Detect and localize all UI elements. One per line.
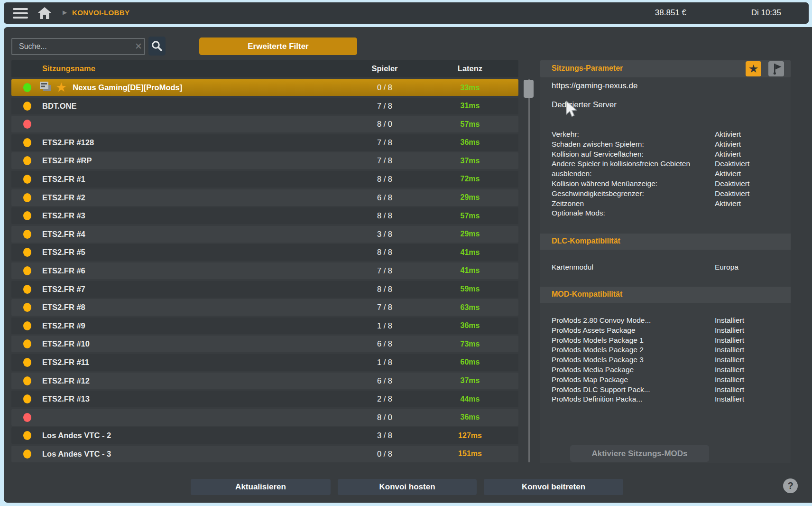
parameter-row-label: Kollision während Menüanzeige: (552, 179, 715, 189)
session-rows: ★ Nexus Gaming[DE][ProMods] 0 / 8 33ms ★… (11, 79, 518, 464)
table-row[interactable]: ★ BDT.ONE 7 / 8 31ms (11, 98, 518, 114)
table-row[interactable]: ★ ETS2.FR #2 6 / 8 29ms (11, 189, 518, 206)
parameter-row-label: Kollision auf Serviceflächen: (552, 150, 715, 159)
parameter-row-label: Verkehr: (552, 130, 715, 140)
table-row[interactable]: ★ ETS2.FR #8 7 / 8 63ms (11, 299, 518, 316)
parameter-row: Geschwindigkeitsbegrenzer:Deaktiviert (552, 189, 784, 199)
session-status-icon (23, 450, 31, 459)
parameter-row: Kollision auf Serviceflächen:Aktiviert (552, 150, 784, 159)
session-players: 1 / 8 (366, 358, 404, 367)
session-name: ETS2.FR #RP (42, 156, 92, 165)
mod-row-label: ProMods Assets Package (552, 326, 715, 336)
parameter-row-label: Geschwindigkeitsbegrenzer: (552, 189, 715, 199)
session-players: 8 / 8 (366, 248, 404, 257)
dlc-row: KartenmodulEuropa (552, 262, 784, 272)
mod-compatibility-title: MOD-Kompatibilität (552, 290, 622, 299)
advanced-filter-button[interactable]: Erweiterte Filter (199, 37, 357, 55)
table-row[interactable]: ★ ETS2.FR #7 8 / 8 59ms (11, 281, 518, 298)
session-players: 7 / 8 (366, 303, 404, 312)
session-name: ETS2.FR #8 (42, 303, 85, 312)
table-row[interactable]: ★ ETS2.FR #4 3 / 8 29ms (11, 226, 518, 243)
table-row[interactable]: ★ Los Andes VTC - 3 0 / 8 151ms (11, 446, 518, 462)
session-latency: 36ms (446, 138, 494, 147)
table-row[interactable]: ★ ETS2.FR #3 8 / 8 57ms (11, 207, 518, 224)
session-players: 3 / 8 (366, 230, 404, 239)
mod-row: ProMods DLC Support Pack...Installiert (552, 385, 784, 395)
help-button[interactable]: ? (783, 478, 798, 493)
session-players: 7 / 8 (366, 102, 404, 111)
table-row[interactable]: ★ ETS2.FR #1 8 / 8 72ms (11, 171, 518, 187)
table-row[interactable]: ★ ETS2.FR #11 1 / 8 60ms (11, 354, 518, 371)
dlc-compatibility-header: DLC-Kompatibilität (540, 234, 791, 250)
session-players: 0 / 8 (366, 83, 404, 92)
session-name: ETS2.FR #2 (42, 193, 85, 202)
mod-row-label: ProMods Media Package (552, 365, 715, 375)
session-parameters-title: Sitzungs-Parameter (552, 64, 623, 73)
mod-row: ProMods Models Package 2Installiert (552, 345, 784, 355)
parameter-row-label: Zeitzonen (552, 199, 715, 209)
session-players: 7 / 8 (366, 138, 404, 147)
table-row[interactable]: ★ ETS2.FR #9 1 / 8 36ms (11, 318, 518, 334)
money-balance: 38.851 € (655, 8, 686, 18)
session-name: ETS2.FR #3 (42, 211, 85, 220)
table-row[interactable]: ★ ETS2.FR #RP 7 / 8 37ms (11, 152, 518, 169)
mod-row-value: Installiert (715, 336, 784, 346)
table-row[interactable]: ★ Nexus Gaming[DE][ProMods] 0 / 8 33ms (11, 79, 518, 96)
refresh-button[interactable]: Aktualisieren (191, 479, 331, 495)
mod-row-label: ProMods 2.80 Convoy Mode... (552, 316, 715, 326)
host-convoy-button[interactable]: Konvoi hosten (338, 479, 477, 495)
mod-row-value: Installiert (715, 365, 784, 375)
favorite-toggle-button[interactable]: ★ (746, 61, 761, 76)
table-row[interactable]: ★ 8 / 0 57ms (11, 116, 518, 132)
table-row[interactable]: ★ ETS2.FR #128 7 / 8 36ms (11, 134, 518, 151)
session-name: ETS2.FR #12 (42, 376, 90, 385)
session-latency: 60ms (446, 358, 494, 366)
breadcrumb: KONVOI-LOBBY (72, 9, 129, 17)
parameter-row: Schaden zwischen Spielern:Aktiviert (552, 140, 784, 150)
mod-row: ProMods Models Package 1Installiert (552, 336, 784, 346)
session-name: ETS2.FR #128 (42, 138, 94, 147)
column-session-name[interactable]: Sitzungsname (42, 64, 95, 73)
column-players[interactable]: Spieler (366, 64, 404, 73)
search-input[interactable] (11, 38, 145, 55)
search-button[interactable] (148, 37, 166, 56)
mod-row: ProMods Assets PackageInstalliert (552, 326, 784, 336)
session-table-header: Sitzungsname Spieler Latenz (11, 60, 518, 77)
server-type: Dedizierter Server (552, 100, 617, 110)
session-status-icon (23, 303, 31, 312)
parameter-row-value: Deaktiviert (715, 189, 784, 199)
table-row[interactable]: ★ ETS2.FR #6 7 / 8 41ms (11, 262, 518, 279)
session-players: 7 / 8 (366, 266, 404, 275)
table-row[interactable]: ★ 8 / 0 36ms (11, 409, 518, 426)
mod-row: ProMods Media PackageInstalliert (552, 365, 784, 375)
table-row[interactable]: ★ ETS2.FR #5 8 / 8 41ms (11, 244, 518, 261)
clear-search-icon[interactable]: ✕ (133, 41, 144, 52)
session-name: ETS2.FR #1 (42, 175, 85, 184)
table-row[interactable]: ★ ETS2.FR #10 6 / 8 73ms (11, 336, 518, 352)
mod-row-value: Installiert (715, 385, 784, 395)
session-status-icon (23, 321, 31, 330)
mod-row-label: ProMods Models Package 1 (552, 336, 715, 346)
table-row[interactable]: ★ ETS2.FR #13 2 / 8 44ms (11, 391, 518, 407)
session-name: ETS2.FR #5 (42, 248, 85, 257)
session-status-icon (23, 339, 31, 348)
report-flag-button[interactable] (768, 61, 784, 76)
session-name: ETS2.FR #7 (42, 285, 85, 294)
scrollbar-track[interactable] (528, 79, 530, 462)
session-players: 1 / 8 (366, 321, 404, 330)
session-name: Nexus Gaming[DE][ProMods] (73, 83, 182, 92)
mod-compatibility-header: MOD-Kompatibilität (540, 287, 791, 303)
join-convoy-button[interactable]: Konvoi beitreten (484, 479, 623, 495)
home-icon[interactable] (37, 6, 52, 19)
table-row[interactable]: ★ ETS2.FR #12 6 / 8 37ms (11, 373, 518, 389)
session-status-icon (23, 413, 31, 422)
mod-list: ProMods 2.80 Convoy Mode...InstalliertPr… (552, 316, 784, 404)
table-row[interactable]: ★ Los Andes VTC - 2 3 / 8 127ms (11, 427, 518, 444)
game-time: Di 10:35 (751, 8, 781, 18)
session-status-icon (23, 358, 31, 367)
scrollbar-thumb[interactable] (524, 80, 534, 98)
column-latency[interactable]: Latenz (446, 64, 494, 73)
menu-hamburger-icon[interactable] (13, 8, 28, 19)
session-status-icon (23, 431, 31, 440)
activate-session-mods-button[interactable]: Aktiviere Sitzungs-MODs (570, 445, 709, 462)
